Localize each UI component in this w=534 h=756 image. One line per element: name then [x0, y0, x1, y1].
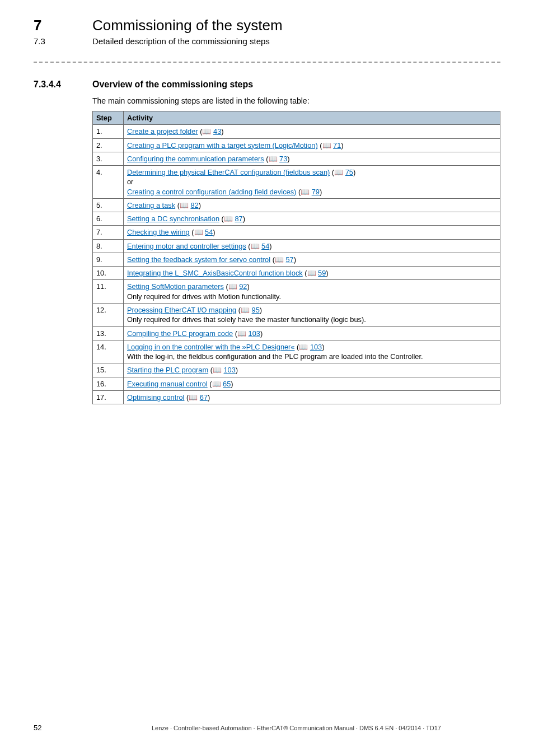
- table-row: 8.Entering motor and controller settings…: [93, 239, 500, 253]
- book-icon: 📖: [180, 201, 191, 209]
- doc-link[interactable]: Setting a DC synchronisation: [127, 214, 219, 223]
- activity-cell: Setting a DC synchronisation (📖 87): [124, 212, 500, 226]
- table-row: 11.Setting SoftMotion parameters (📖 92)O…: [93, 280, 500, 304]
- section-intro: The main commissioning steps are listed …: [92, 96, 500, 105]
- doc-link[interactable]: Entering motor and controller settings: [127, 242, 246, 250]
- activity-cell: Configuring the communication parameters…: [124, 152, 500, 165]
- step-cell: 12.: [93, 303, 124, 326]
- table-row: 6.Setting a DC synchronisation (📖 87): [93, 212, 500, 226]
- book-icon: 📖: [241, 306, 252, 314]
- doc-link[interactable]: Integrating the L_SMC_AxisBasicControl f…: [127, 269, 303, 277]
- table-row: 16.Executing manual control (📖 65): [93, 377, 500, 390]
- page-ref-link[interactable]: 75: [345, 168, 353, 176]
- doc-link[interactable]: Compiling the PLC program code: [127, 329, 233, 338]
- table-row: 2.Creating a PLC program with a target s…: [93, 138, 500, 152]
- activity-cell: Processing EtherCAT I/O mapping (📖 95)On…: [124, 303, 500, 326]
- book-icon: 📖: [237, 329, 249, 338]
- page-ref-link[interactable]: 67: [200, 393, 208, 402]
- activity-cell: Compiling the PLC program code (📖 103): [124, 326, 500, 340]
- page-ref-link[interactable]: 95: [252, 306, 260, 314]
- doc-link[interactable]: Create a project folder: [127, 127, 198, 136]
- book-icon: 📖: [301, 188, 312, 196]
- table-header-activity: Activity: [124, 111, 500, 125]
- doc-link[interactable]: Processing EtherCAT I/O mapping: [127, 306, 236, 314]
- doc-link[interactable]: Starting the PLC program: [127, 366, 208, 374]
- page-ref-link[interactable]: 73: [279, 155, 287, 163]
- page-number: 52: [34, 724, 92, 732]
- table-row: 12.Processing EtherCAT I/O mapping (📖 95…: [93, 303, 500, 326]
- table-row: 17.Optimising control (📖 67): [93, 390, 500, 404]
- activity-cell: Checking the wiring (📖 54): [124, 226, 500, 239]
- page-ref-link[interactable]: 82: [190, 201, 198, 209]
- page-ref-link[interactable]: 57: [285, 255, 293, 264]
- page-ref-link[interactable]: 59: [318, 269, 326, 277]
- step-cell: 16.: [93, 377, 124, 390]
- chapter-title: Commissioning of the system: [92, 17, 283, 34]
- doc-link[interactable]: Checking the wiring: [127, 228, 190, 236]
- step-cell: 6.: [93, 212, 124, 226]
- doc-link[interactable]: Creating a PLC program with a target sys…: [127, 141, 318, 150]
- page-ref-link[interactable]: 43: [213, 127, 221, 136]
- book-icon: 📖: [334, 168, 345, 176]
- step-cell: 4.: [93, 166, 124, 199]
- step-cell: 5.: [93, 198, 124, 212]
- activity-cell: Optimising control (📖 67): [124, 390, 500, 404]
- table-row: 10.Integrating the L_SMC_AxisBasicContro…: [93, 267, 500, 280]
- activity-cell: Creating a PLC program with a target sys…: [124, 138, 500, 152]
- activity-cell: Integrating the L_SMC_AxisBasicControl f…: [124, 267, 500, 280]
- step-cell: 11.: [93, 280, 124, 304]
- commissioning-steps-table: Step Activity 1.Create a project folder …: [92, 111, 500, 404]
- page-ref-link[interactable]: 79: [312, 188, 320, 196]
- book-icon: 📖: [189, 393, 200, 402]
- activity-cell: Executing manual control (📖 65): [124, 377, 500, 390]
- doc-link[interactable]: Setting the feedback system for servo co…: [127, 255, 270, 264]
- page-ref-link[interactable]: 65: [223, 380, 231, 388]
- doc-link[interactable]: Creating a task: [127, 201, 175, 209]
- book-icon: 📖: [299, 343, 310, 351]
- doc-link[interactable]: Logging in on the controller with the »P…: [127, 343, 295, 351]
- book-icon: 📖: [307, 269, 318, 277]
- doc-link[interactable]: Optimising control: [127, 393, 184, 402]
- subsection-number: 7.3: [34, 36, 92, 46]
- table-row: 15.Starting the PLC program (📖 103): [93, 363, 500, 377]
- table-row: 1.Create a project folder (📖 43): [93, 125, 500, 138]
- table-row: 13.Compiling the PLC program code (📖 103…: [93, 326, 500, 340]
- activity-cell: Setting SoftMotion parameters (📖 92)Only…: [124, 280, 500, 304]
- doc-link[interactable]: Setting SoftMotion parameters: [127, 282, 224, 291]
- page-ref-link[interactable]: 103: [224, 366, 236, 374]
- chapter-number: 7: [34, 17, 92, 34]
- book-icon: 📖: [212, 380, 223, 388]
- section-title: Overview of the commissioning steps: [92, 80, 253, 90]
- table-row: 3.Configuring the communication paramete…: [93, 152, 500, 165]
- activity-cell: Creating a task (📖 82): [124, 198, 500, 212]
- doc-link[interactable]: Executing manual control: [127, 380, 208, 388]
- page-ref-link[interactable]: 92: [239, 282, 247, 291]
- doc-link[interactable]: Determining the physical EtherCAT config…: [127, 168, 330, 176]
- step-cell: 2.: [93, 138, 124, 152]
- page-ref-link[interactable]: 87: [235, 214, 242, 223]
- page-ref-link[interactable]: 71: [333, 141, 341, 150]
- table-row: 14.Logging in on the controller with the…: [93, 340, 500, 363]
- activity-cell: Determining the physical EtherCAT config…: [124, 166, 500, 199]
- table-header-step: Step: [93, 111, 124, 125]
- page-ref-link[interactable]: 54: [261, 242, 269, 250]
- book-icon: 📖: [251, 242, 262, 250]
- step-cell: 1.: [93, 125, 124, 138]
- page-ref-link[interactable]: 103: [249, 329, 260, 338]
- doc-link[interactable]: Configuring the communication parameters: [127, 155, 264, 163]
- step-cell: 7.: [93, 226, 124, 239]
- activity-cell: Setting the feedback system for servo co…: [124, 253, 500, 266]
- book-icon: 📖: [275, 255, 286, 264]
- activity-cell: Create a project folder (📖 43): [124, 125, 500, 138]
- page-ref-link[interactable]: 103: [310, 343, 322, 351]
- step-cell: 9.: [93, 253, 124, 266]
- page-ref-link[interactable]: 54: [205, 228, 213, 236]
- activity-cell: Logging in on the controller with the »P…: [124, 340, 500, 363]
- activity-cell: Starting the PLC program (📖 103): [124, 363, 500, 377]
- table-row: 5.Creating a task (📖 82): [93, 198, 500, 212]
- book-icon: 📖: [269, 155, 280, 163]
- subsection-title: Detailed description of the commissionin…: [92, 36, 270, 46]
- step-cell: 17.: [93, 390, 124, 404]
- book-icon: 📖: [228, 282, 240, 291]
- doc-link[interactable]: Creating a control configuration (adding…: [127, 188, 296, 196]
